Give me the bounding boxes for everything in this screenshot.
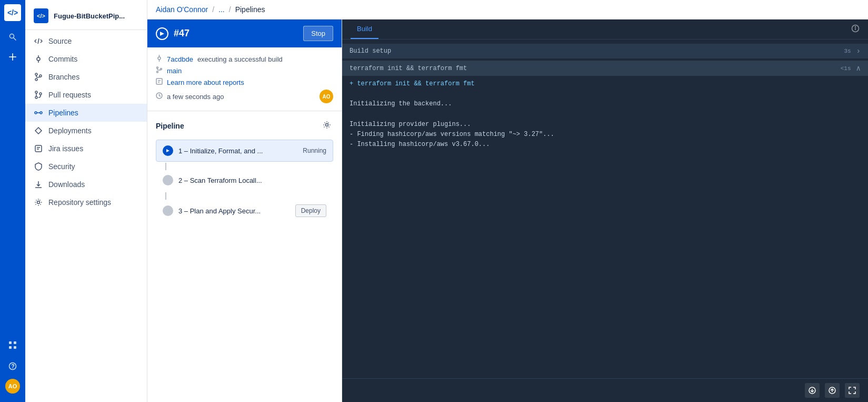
breadcrumb-middle[interactable]: ... [218,5,225,14]
search-icon[interactable] [4,28,21,45]
sidebar-item-downloads[interactable]: Downloads [25,175,147,193]
branch-name[interactable]: main [167,67,182,75]
sidebar-label-security: Security [48,162,75,171]
help-icon[interactable]: ? [4,358,21,375]
branch-row: main [156,66,333,75]
run-avatar: AO [320,90,333,103]
code-icon [34,36,43,46]
breadcrumb-current: Pipelines [235,5,265,14]
scroll-up-button[interactable] [825,383,840,398]
pipeline-step-3[interactable]: 3 – Plan and Apply Secur... Deploy [156,199,333,223]
svg-point-28 [37,201,40,204]
svg-point-0 [10,34,14,38]
sidebar-label-source: Source [48,37,72,45]
commit-hash[interactable]: 7acdbde [167,55,193,63]
step-1-running-status: Running [303,147,326,154]
icon-bar: </> ? AO [0,0,25,402]
branch-icon [156,66,163,75]
run-number: #47 [174,28,189,39]
svg-point-29 [158,57,161,60]
chevron-up-icon[interactable]: ∧ [856,64,861,73]
sidebar-label-deployments: Deployments [48,126,92,135]
commit-row: 7acdbde executing a successful build [156,55,333,63]
branches-icon [34,72,43,82]
breadcrumb-sep2: / [229,5,231,14]
stop-button[interactable]: Stop [303,26,333,41]
build-setup-time: 3s [844,48,851,54]
sidebar-label-branches: Branches [48,73,79,81]
main-cmd-time: <1s [841,65,851,72]
learn-more-link[interactable]: Learn more about reports [167,79,244,86]
step-2-name: 2 – Scan Terraform Locall... [178,177,326,184]
timestamp-row: a few seconds ago AO [156,90,333,103]
sidebar-label-pull-requests: Pull requests [48,91,91,99]
commit-icon [156,55,163,63]
user-avatar[interactable]: AO [5,379,20,394]
sidebar-item-jira-issues[interactable]: Jira issues [25,140,147,158]
build-info-icon[interactable] [851,24,860,35]
settings-icon [34,198,43,207]
svg-line-1 [14,38,16,40]
log-line-6: - Finding hashicorp/aws versions matchin… [350,130,861,140]
commits-icon [34,54,43,64]
run-timestamp: a few seconds ago [167,93,224,101]
pipelines-icon [34,108,43,117]
svg-text:?: ? [12,364,15,369]
apps-icon[interactable] [4,337,21,354]
pipeline-step-1[interactable]: 1 – Initialize, Format, and ... Running [156,140,333,162]
build-setup-meta: 3s › [844,47,861,55]
svg-rect-35 [156,79,162,84]
log-lines: + terraform init && terraform fmt Initia… [342,76,868,154]
sidebar-item-commits[interactable]: Commits [25,50,147,68]
step-3-status-dot [163,205,173,216]
sidebar-label-repository-settings: Repository settings [48,198,111,207]
learn-more-row: Learn more about reports [156,78,333,86]
sidebar-item-repository-settings[interactable]: Repository settings [25,193,147,211]
log-line-7: - Installing hashicorp/aws v3.67.0... [350,140,861,150]
scroll-down-button[interactable] [805,383,820,398]
sidebar-item-deployments[interactable]: Deployments [25,122,147,140]
run-info-card: 7acdbde executing a successful build mai… [147,47,342,111]
svg-point-14 [35,73,37,75]
build-tab-build[interactable]: Build [351,19,378,39]
svg-point-17 [35,91,37,93]
main-cmd-title: terraform init && terraform fmt [350,65,467,72]
chevron-right-icon[interactable]: › [856,47,861,55]
sidebar-label-downloads: Downloads [48,180,85,189]
pipeline-step-2[interactable]: 2 – Scan Terraform Locall... [156,169,333,191]
main-content: Aidan O'Connor / ... / Pipelines #47 Sto… [147,0,868,402]
sidebar-item-pipelines[interactable]: Pipelines [25,104,147,122]
svg-point-33 [157,71,158,73]
report-icon [156,78,163,86]
svg-point-18 [35,96,37,99]
svg-rect-6 [9,346,12,349]
deploy-button[interactable]: Deploy [295,204,326,217]
sidebar-item-source[interactable]: Source [25,32,147,50]
build-setup-title: Build setup [350,47,391,55]
pipeline-settings-button[interactable] [321,119,333,133]
log-line-4 [350,110,861,120]
log-line-5: Initializing provider plugins... [350,120,861,130]
deployments-icon [34,126,43,135]
add-icon[interactable] [4,48,21,65]
svg-point-16 [39,75,42,77]
bottom-actions [342,378,868,402]
main-cmd-header[interactable]: terraform init && terraform fmt <1s ∧ [342,61,868,76]
breadcrumb-user[interactable]: Aidan O'Connor [156,5,208,14]
svg-line-10 [38,38,39,44]
app-logo[interactable]: </> [4,4,21,21]
sidebar-item-pull-requests[interactable]: Pull requests [25,86,147,104]
expand-button[interactable] [845,383,860,398]
breadcrumb-sep1: / [212,5,214,14]
sidebar-item-security[interactable]: Security [25,158,147,175]
pipeline-steps-section: Pipeline 1 – Initialize, Format, and ...… [147,111,342,232]
breadcrumb: Aidan O'Connor / ... / Pipelines [147,0,868,19]
sidebar-item-branches[interactable]: Branches [25,68,147,86]
repo-header: </> Fugue-BitBucketPip... [25,4,147,30]
svg-rect-7 [14,346,16,349]
security-icon [34,162,43,171]
sidebar-label-pipelines: Pipelines [48,109,78,117]
build-setup-header[interactable]: Build setup 3s › [342,44,868,58]
svg-point-22 [40,112,42,114]
svg-point-19 [39,93,42,95]
